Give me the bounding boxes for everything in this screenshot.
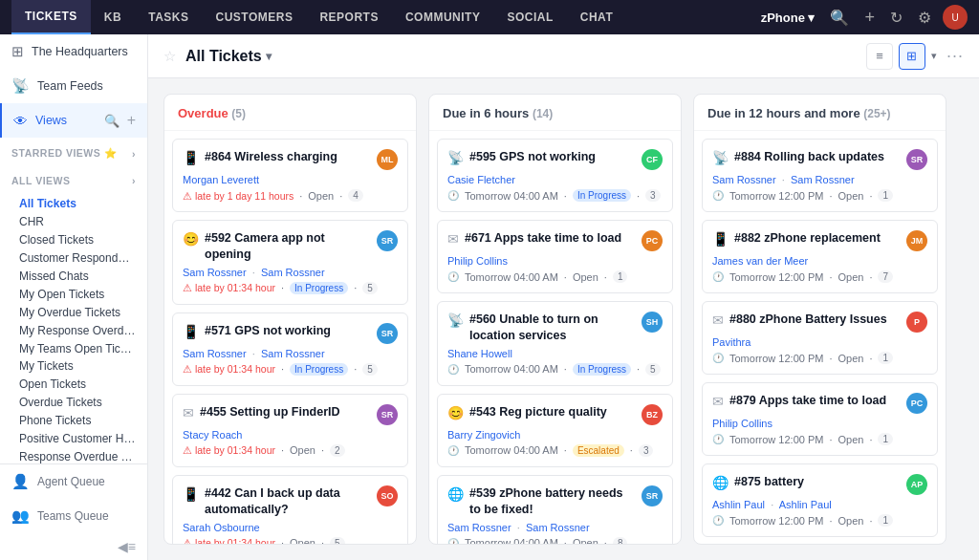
card-864-late: ⚠ late by 1 day 11 hours: [183, 190, 294, 202]
card-875-assignee[interactable]: Ashlin Paul · Ashlin Paul: [712, 499, 927, 510]
more-options-button[interactable]: ···: [946, 46, 964, 66]
card-595[interactable]: 📡 #595 GPS not working CF Casie Fletcher…: [437, 139, 673, 212]
collapse-button[interactable]: ◀≡: [0, 533, 147, 560]
card-592[interactable]: 😊 #592 Camera app not opening SR Sam Ros…: [172, 220, 408, 305]
sidebar: ⊞ The Headquarters 📡 Team Feeds 👁 Views …: [0, 34, 148, 560]
card-571[interactable]: 📱 #571 GPS not working SR Sam Rossner · …: [172, 312, 408, 386]
nav-social[interactable]: SOCIAL: [493, 0, 566, 34]
nav-tasks[interactable]: TASKS: [135, 0, 202, 34]
clock-671-icon: 🕐: [447, 271, 459, 282]
card-442-assignee[interactable]: Sarah Osbourne: [183, 522, 398, 533]
card-880-assignee[interactable]: Pavithra: [712, 336, 927, 348]
card-882[interactable]: 📱 #882 zPhone replacement JM James van d…: [702, 220, 938, 293]
settings-icon[interactable]: ⚙: [914, 5, 935, 31]
card-882-assignee[interactable]: James van der Meer: [712, 255, 927, 267]
card-539[interactable]: 🌐 #539 zPhone battery needs to be fixed!…: [437, 475, 673, 544]
card-864-assignee[interactable]: Morgan Leverett: [183, 174, 398, 185]
search-views-icon[interactable]: 🔍: [104, 114, 120, 128]
view-positive-customer[interactable]: Positive Customer Happin...: [0, 427, 147, 445]
view-my-tickets[interactable]: My Tickets: [0, 355, 147, 373]
card-671-badge: 1: [613, 270, 628, 283]
column-due-12h-header: Due in 12 hours and more (25+): [694, 95, 946, 131]
view-phone-tickets[interactable]: Phone Tickets: [0, 409, 147, 427]
card-882-badge: 7: [878, 270, 893, 283]
card-884[interactable]: 📡 #884 Rolling back updates SR Sam Rossn…: [702, 139, 938, 212]
card-595-time: Tomorrow 04:00 AM: [465, 190, 558, 202]
view-chevron-icon[interactable]: ▾: [931, 50, 937, 62]
card-864[interactable]: 📱 #864 Wireless charging ML Morgan Lever…: [172, 139, 408, 212]
column-overdue-count: (5): [231, 107, 246, 120]
grid-view-button[interactable]: ⊞: [899, 43, 925, 70]
sidebar-item-agent-queue[interactable]: 👤 Agent Queue: [0, 464, 147, 499]
card-671[interactable]: ✉ #671 Apps take time to load PC Philip …: [437, 220, 673, 293]
view-my-teams-open[interactable]: My Teams Open Tickets: [0, 337, 147, 355]
nav-chat[interactable]: CHAT: [567, 0, 626, 34]
card-543[interactable]: 😊 #543 Reg picture quality BZ Barry Zing…: [437, 394, 673, 467]
add-view-icon[interactable]: +: [127, 112, 136, 129]
card-543-assignee[interactable]: Barry Zingovich: [447, 429, 663, 441]
card-455[interactable]: ✉ #455 Setting up FinderID SR Stacy Roac…: [172, 394, 408, 467]
card-539-avatar: SR: [642, 485, 663, 506]
view-my-response-overdue[interactable]: My Response Overdue Tic...: [0, 319, 147, 337]
card-539-assignee[interactable]: Sam Rossner · Sam Rossner: [447, 522, 663, 533]
nav-reports[interactable]: REPORTS: [306, 0, 392, 34]
card-442[interactable]: 📱 #442 Can I back up data automatically?…: [172, 475, 408, 544]
card-884-badge: 1: [878, 189, 893, 202]
refresh-icon[interactable]: ↻: [886, 5, 906, 31]
user-avatar[interactable]: U: [943, 5, 968, 30]
card-671-assignee[interactable]: Philip Collins: [447, 255, 663, 267]
search-icon[interactable]: 🔍: [826, 5, 853, 31]
nav-kb[interactable]: KB: [91, 0, 135, 34]
view-response-overdue[interactable]: Response Overdue Tickets: [0, 445, 147, 463]
view-my-overdue-tickets[interactable]: My Overdue Tickets: [0, 301, 147, 319]
card-875[interactable]: 🌐 #875 battery AP Ashlin Paul · Ashlin P…: [702, 463, 938, 537]
all-views-chevron[interactable]: ›: [132, 175, 136, 186]
card-560-assignee[interactable]: Shane Howell: [447, 348, 663, 359]
card-442-status: Open: [290, 537, 315, 544]
column-due-6h-title: Due in 6 hours (14): [443, 106, 553, 120]
view-all-tickets[interactable]: All Tickets: [0, 192, 147, 210]
card-560[interactable]: 📡 #560 Unable to turn on location servic…: [437, 301, 673, 386]
card-455-assignee[interactable]: Stacy Roach: [183, 429, 398, 441]
view-my-open-tickets[interactable]: My Open Tickets: [0, 283, 147, 301]
starred-chevron[interactable]: ›: [132, 148, 136, 160]
view-customer-responded[interactable]: Customer Responded Tick...: [0, 247, 147, 265]
view-overdue-tickets[interactable]: Overdue Tickets: [0, 391, 147, 409]
page-title[interactable]: All Tickets ▾: [185, 48, 272, 65]
sidebar-item-views[interactable]: 👁 Views 🔍 +: [0, 103, 147, 138]
view-missed-chats[interactable]: Missed Chats: [0, 265, 147, 283]
view-chr[interactable]: CHR: [0, 210, 147, 228]
view-open-tickets[interactable]: Open Tickets: [0, 373, 147, 391]
nav-community[interactable]: COMMUNITY: [392, 0, 494, 34]
card-879[interactable]: ✉ #879 Apps take time to load PC Philip …: [702, 382, 938, 456]
card-592-assignee[interactable]: Sam Rossner · Sam Rossner: [183, 267, 398, 278]
view-closed-tickets[interactable]: Closed Tickets: [0, 228, 147, 247]
content-header: ☆ All Tickets ▾ ≡ ⊞ ▾ ···: [148, 34, 979, 78]
sidebar-item-team-feeds[interactable]: 📡 Team Feeds: [0, 69, 147, 103]
favorite-star-icon[interactable]: ☆: [163, 48, 176, 65]
sidebar-item-headquarters[interactable]: ⊞ The Headquarters: [0, 34, 147, 69]
sidebar-item-teams-queue[interactable]: 👥 Teams Queue: [0, 499, 147, 533]
card-884-avatar: SR: [906, 149, 927, 170]
add-icon[interactable]: +: [860, 4, 879, 32]
card-455-icon: ✉: [183, 405, 194, 420]
card-882-meta: 🕐 Tomorrow 12:00 PM · Open · 7: [712, 270, 927, 283]
card-884-time: Tomorrow 12:00 PM: [729, 190, 823, 202]
card-543-status: Escalated: [573, 444, 624, 457]
card-671-time: Tomorrow 04:00 AM: [465, 271, 558, 283]
nav-customers[interactable]: CUSTOMERS: [202, 0, 306, 34]
card-879-assignee[interactable]: Philip Collins: [712, 418, 927, 429]
nav-tickets[interactable]: TICKETS: [11, 0, 91, 34]
card-671-status: Open: [573, 271, 598, 283]
card-595-title: #595 GPS not working: [469, 149, 636, 165]
card-455-title: #455 Setting up FinderID: [200, 404, 371, 420]
card-571-assignee[interactable]: Sam Rossner · Sam Rossner: [183, 348, 398, 359]
card-875-time: Tomorrow 12:00 PM: [729, 515, 823, 527]
card-884-title: #884 Rolling back updates: [734, 149, 901, 165]
card-595-assignee[interactable]: Casie Fletcher: [447, 174, 663, 185]
card-864-icon: 📱: [183, 150, 199, 165]
list-view-button[interactable]: ≡: [866, 43, 893, 70]
card-884-assignee[interactable]: Sam Rossner · Sam Rossner: [712, 174, 927, 185]
card-880[interactable]: ✉ #880 zPhone Battery Issues P Pavithra …: [702, 301, 938, 375]
card-880-status: Open: [838, 353, 864, 364]
